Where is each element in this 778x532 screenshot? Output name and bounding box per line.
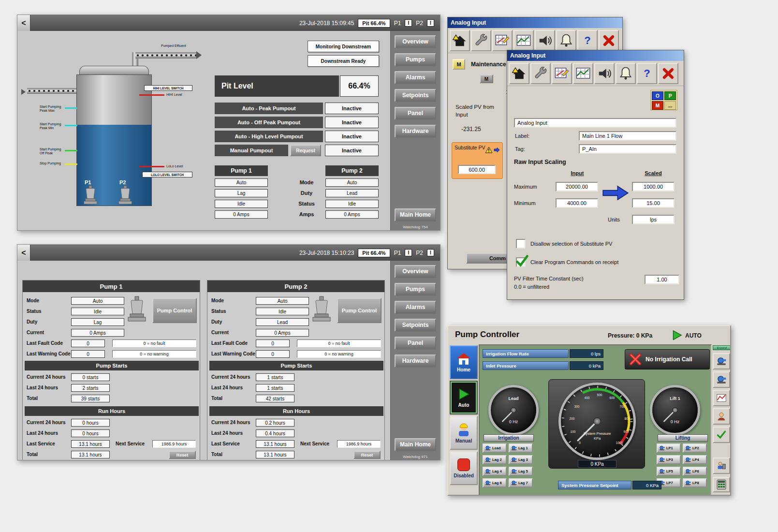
program-mode-button[interactable]: P (664, 91, 676, 100)
expand-button[interactable]: Expand (713, 345, 731, 350)
lifting-pump-button[interactable]: LP2 (683, 443, 707, 453)
close-button[interactable] (658, 63, 678, 84)
auto-tile[interactable]: Auto (450, 381, 478, 414)
pump-button-label: LP7 (666, 481, 673, 485)
alarm-horn-button[interactable] (594, 63, 615, 84)
lifting-pump-button[interactable]: LP8 (683, 478, 707, 488)
alarm-horn-button[interactable] (535, 30, 555, 51)
confirm-button[interactable] (713, 427, 730, 443)
trend-button[interactable] (514, 30, 534, 51)
irrigation-pump-button[interactable]: Lag 1 (509, 443, 533, 453)
nav-main-home[interactable]: Main Home (395, 208, 436, 222)
nav-overview[interactable]: Overview (395, 265, 436, 278)
peak-min-label: Start Pumping Peak Min (40, 122, 65, 131)
home-tile[interactable]: Home (450, 345, 478, 379)
tag-field[interactable]: P_AIn (579, 144, 676, 154)
pump1-starts-current: 0 starts (71, 373, 110, 381)
current-label: Current (211, 330, 229, 335)
home-button[interactable] (450, 30, 470, 51)
nav-pumps[interactable]: Pumps (395, 283, 436, 296)
irrigation-pumps-button[interactable] (713, 353, 730, 369)
label-field[interactable]: Main Line 1 Flow (579, 131, 676, 141)
scaled-pv-value: -231.25 (461, 126, 481, 133)
scaling-button[interactable] (492, 30, 513, 51)
more-options-button[interactable]: ... (664, 101, 676, 110)
trend-button[interactable] (713, 390, 730, 406)
disabled-tile[interactable]: Disabled (450, 451, 478, 485)
p2-indicator[interactable]: I (427, 19, 434, 27)
minimum-scaled-field[interactable]: 15.00 (632, 198, 675, 208)
clear-commands-checkbox[interactable] (516, 257, 526, 267)
scaling-button[interactable] (552, 63, 572, 84)
pump2-next-service: 1986.9 hours (337, 440, 381, 448)
irrigation-pump-button[interactable]: Lag 4 (483, 467, 507, 476)
reset-button[interactable]: Reset (353, 451, 381, 459)
units-field[interactable]: lps (632, 215, 675, 224)
nav-main-home[interactable]: Main Home (395, 438, 436, 451)
home-button[interactable] (509, 63, 529, 84)
operator-mode-button[interactable]: O (652, 91, 663, 100)
substitute-pv-value[interactable]: 600.00 (458, 165, 496, 174)
lifting-pumps-button[interactable] (713, 371, 730, 388)
m-button[interactable]: M (480, 74, 493, 83)
bell-button[interactable] (616, 63, 636, 84)
request-button[interactable]: Request (290, 145, 321, 156)
analog-input-name-field[interactable]: Analog Input (514, 118, 676, 128)
minimum-input-field[interactable]: 4000.00 (556, 198, 598, 208)
nav-panel[interactable]: Panel (395, 337, 436, 350)
back-button[interactable]: < (17, 245, 30, 261)
nav-panel[interactable]: Panel (395, 107, 436, 120)
lifting-pump-button[interactable]: LP6 (683, 467, 707, 476)
pv-filter-field[interactable]: 1.00 (645, 275, 679, 284)
manual-tile[interactable]: Manual (450, 416, 478, 450)
maintenance-m-button[interactable]: M (453, 59, 465, 70)
pump-control-button[interactable]: Pump Control (337, 298, 382, 323)
irrigation-pump-button[interactable]: Lag 7 (509, 478, 533, 488)
irrigation-pump-button[interactable]: Lead (483, 443, 507, 453)
pump2-last-service: 13.1 hours (256, 440, 294, 448)
irrigation-pump-button[interactable]: Lag 5 (509, 467, 533, 476)
nav-alarms[interactable]: Alarms (395, 301, 436, 314)
monitoring-downstream-button[interactable]: Monitoring Downstream (308, 41, 379, 52)
irrigation-pump-button[interactable]: Lag 3 (509, 455, 533, 464)
lifting-pump-button[interactable]: LP5 (657, 467, 681, 476)
lifting-pump-button[interactable]: LP3 (657, 455, 681, 464)
nav-alarms[interactable]: Alarms (395, 71, 436, 84)
back-button[interactable]: < (17, 15, 30, 31)
help-button[interactable]: ? (577, 30, 598, 51)
keypad-button[interactable] (713, 477, 730, 492)
downstream-ready-button[interactable]: Downstream Ready (308, 55, 379, 67)
help-icon: ? (644, 67, 650, 80)
maximum-input-field[interactable]: 20000.00 (556, 182, 598, 192)
nav-setpoints[interactable]: Setpoints (395, 89, 436, 102)
maintenance-button[interactable] (471, 30, 491, 51)
operator-button[interactable] (713, 408, 730, 425)
last-fault-label: Last Fault Code (211, 340, 248, 346)
maintenance-button[interactable] (530, 63, 551, 84)
reset-button[interactable]: Reset (169, 451, 196, 459)
bell-button[interactable] (556, 30, 576, 51)
p1-indicator[interactable]: I (405, 249, 412, 256)
irrigation-pump-button[interactable]: Lag 2 (483, 455, 507, 464)
workstation-button[interactable] (713, 458, 730, 474)
help-button[interactable]: ? (637, 63, 657, 84)
p1-indicator[interactable]: I (405, 19, 412, 27)
maximum-scaled-field[interactable]: 1000.00 (632, 182, 675, 192)
nav-pumps[interactable]: Pumps (395, 53, 436, 66)
nav-hardware[interactable]: Hardware (395, 355, 436, 368)
irrigation-pump-button[interactable]: Lag 6 (483, 478, 507, 488)
lolo-level-line (139, 166, 164, 167)
lead-gauge-name: Lead (491, 396, 536, 401)
nav-hardware[interactable]: Hardware (395, 125, 436, 138)
trend-button[interactable] (573, 63, 593, 84)
disallow-substitute-checkbox[interactable] (516, 239, 526, 249)
p2-indicator[interactable]: I (427, 249, 434, 256)
maintenance-mode-button[interactable]: M (652, 101, 663, 110)
lifting-pump-button[interactable]: LP1 (657, 443, 681, 453)
nav-setpoints[interactable]: Setpoints (395, 319, 436, 332)
pump-control-button[interactable]: Pump Control (152, 298, 197, 323)
nav-overview[interactable]: Overview (395, 35, 436, 48)
close-button[interactable] (599, 30, 619, 51)
pumpout-status: Inactive (325, 131, 379, 142)
lifting-pump-button[interactable]: LP4 (683, 455, 707, 464)
